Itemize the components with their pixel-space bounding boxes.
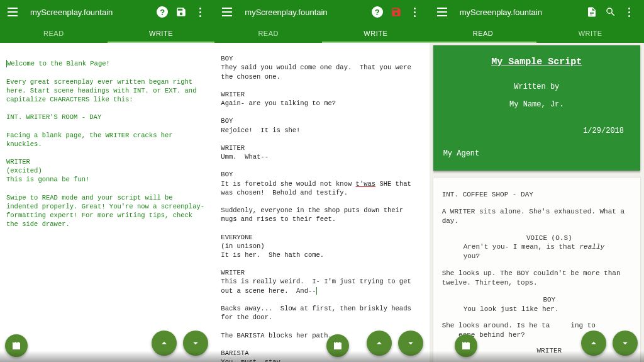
char: WRITER (221, 144, 245, 152)
character-name: WRITER (6, 158, 30, 166)
scroll-up-fab[interactable] (581, 331, 606, 356)
document-icon (586, 6, 597, 18)
help-icon: ? (157, 6, 168, 18)
clapper-fab[interactable] (5, 334, 28, 357)
tip-paragraph: Swipe to READ mode and your script will … (6, 194, 204, 229)
file-title: myScreenplay.fountain (460, 8, 542, 17)
save-icon (391, 6, 402, 18)
tab-bar: READ WRITE (214, 24, 429, 43)
help-button[interactable]: ? (368, 3, 387, 21)
help-button[interactable]: ? (153, 3, 172, 21)
dialog: Aren't you- I mean, is that really you? (442, 242, 631, 269)
script-date: 1/29/2018 (443, 127, 624, 135)
action: Backs away... Slow at first, then briskl… (221, 305, 415, 321)
dialog: It is her. She hath come. (221, 251, 324, 259)
overflow-button[interactable] (191, 3, 209, 21)
dialog-text: you? (464, 252, 480, 260)
dots-icon (414, 8, 416, 17)
scroll-down-fab[interactable] (183, 331, 208, 356)
doc-button[interactable] (582, 3, 601, 21)
dots-icon (628, 8, 630, 17)
file-title: myScreenplay.fountain (245, 8, 327, 17)
character: VOICE (O.S) (442, 234, 631, 243)
action-line: Facing a blank page, the WRITER cracks h… (6, 132, 177, 148)
tab-read[interactable]: READ (430, 24, 537, 43)
clapper-icon (11, 340, 22, 351)
menu-icon[interactable] (219, 4, 235, 20)
appbar: myScreenplay.fountain ? (214, 0, 429, 24)
action: A WRITER sits alone. She's exhausted. Wh… (442, 207, 631, 226)
scroll-down-fab[interactable] (613, 331, 638, 356)
tab-write[interactable]: WRITE (322, 24, 430, 43)
char: BOY (221, 171, 233, 178)
nav-fab-wrap (367, 331, 423, 356)
char: EVERYONE (221, 234, 252, 241)
dialog: You _must_ stay. (221, 358, 284, 362)
tab-read[interactable]: READ (214, 24, 322, 43)
dialog: You look just like her. (442, 305, 631, 322)
action: Suddenly, everyone in the shop puts down… (221, 206, 407, 223)
menu-icon[interactable] (5, 4, 20, 20)
chevron-up-icon (374, 337, 385, 349)
char: BOY (221, 117, 233, 125)
chevron-down-icon (619, 337, 631, 349)
tab-bar: READ WRITE (0, 24, 214, 43)
char: WRITER (221, 91, 245, 98)
dialog: Again- are you talking to me? (221, 99, 336, 107)
clapper-icon (460, 340, 472, 351)
fab-clapper-wrap (455, 334, 477, 357)
character: BOY (442, 295, 631, 305)
char: BARISTA (221, 349, 248, 357)
action: The BARISTA blocks her path. (221, 332, 331, 339)
save-icon (175, 6, 187, 18)
char: BOY (221, 55, 233, 62)
script-title: My Sample Script (443, 57, 630, 67)
written-by-label: Written by (443, 82, 630, 91)
save-button-unsaved[interactable] (387, 3, 406, 21)
intro-paragraph: Every great screenplay ever written bega… (6, 78, 201, 103)
nav-fab-wrap (581, 331, 638, 356)
scroll-up-fab[interactable] (152, 331, 177, 356)
chevron-up-icon (158, 337, 170, 349)
action: She looks up. The BOY couldn't be more t… (442, 269, 631, 288)
parenthetical: (excited) (6, 167, 42, 174)
fab-clapper-wrap (5, 334, 28, 357)
search-icon (605, 6, 616, 18)
clapper-icon (332, 340, 343, 351)
welcome-line: Welcome to the Blank Page! (7, 60, 110, 67)
title-page-card: My Sample Script Written by My Name, Jr.… (433, 45, 640, 171)
chevron-up-icon (588, 337, 599, 349)
overflow-button[interactable] (620, 3, 639, 21)
clapper-fab[interactable] (326, 334, 349, 357)
tab-write[interactable]: WRITE (536, 24, 644, 43)
search-button[interactable] (601, 3, 620, 21)
read-area[interactable]: My Sample Script Written by My Name, Jr.… (430, 43, 644, 362)
action-text: She looks around. Is he ta (442, 322, 550, 329)
paren: (in unison) (221, 242, 264, 250)
spell-error: t'was (356, 180, 376, 188)
overflow-button[interactable] (406, 3, 425, 21)
clapper-fab[interactable] (455, 334, 477, 357)
file-title: myScreenplay.fountain (30, 8, 113, 17)
fab-clapper-wrap (326, 334, 349, 357)
char: WRITER (221, 269, 245, 276)
help-icon: ? (372, 6, 383, 18)
agent-contact: My Agent (443, 149, 630, 158)
save-button[interactable] (172, 3, 191, 21)
scroll-down-fab[interactable] (398, 331, 423, 356)
dialog: They said you would come one day. That y… (221, 64, 415, 80)
editor-area[interactable]: Welcome to the Blank Page! Every great s… (0, 43, 214, 362)
dialog-line: This is gonna be fun! (6, 176, 89, 183)
tab-read[interactable]: READ (0, 24, 108, 43)
tab-write[interactable]: WRITE (108, 24, 215, 43)
dialog-part: It is foretold she would not know (221, 180, 355, 188)
editor-area[interactable]: BOY They said you would come one day. Th… (214, 43, 429, 362)
nav-fab-wrap (152, 331, 208, 356)
chevron-down-icon (190, 337, 201, 349)
scene-heading: INT. WRITER'S ROOM - DAY (6, 113, 101, 121)
menu-icon[interactable] (435, 4, 450, 20)
scroll-up-fab[interactable] (367, 331, 392, 356)
scene-heading: INT. COFFEE SHOP - DAY (442, 190, 631, 200)
dialog: This is really weird. I- I'm just trying… (221, 278, 415, 294)
card-shadow (433, 171, 640, 174)
